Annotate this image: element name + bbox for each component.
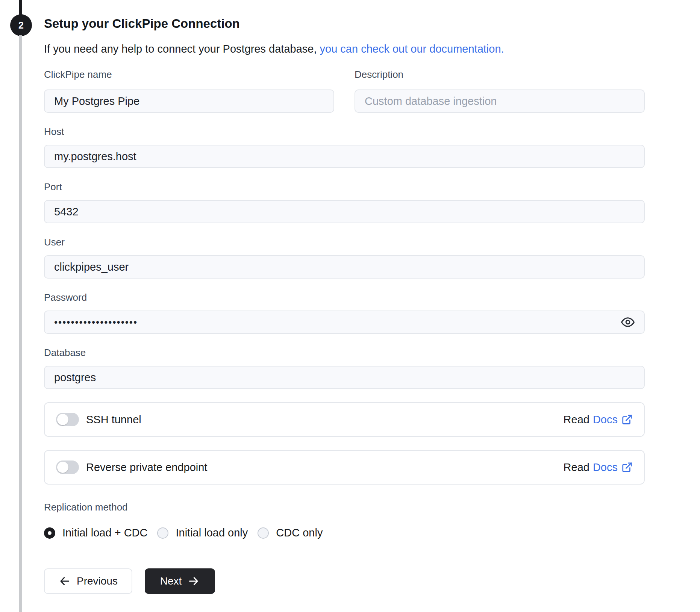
ssh-tunnel-row: SSH tunnel Read Docs [44, 402, 645, 437]
documentation-link[interactable]: you can check out our documentation. [320, 43, 504, 55]
docs-link-text: Docs [593, 414, 618, 426]
radio-cdc-only[interactable]: CDC only [258, 527, 323, 539]
next-button[interactable]: Next [145, 568, 215, 594]
external-link-icon [621, 414, 633, 425]
arrow-left-icon [59, 575, 71, 587]
radio-unselected-icon [157, 527, 168, 539]
ssh-docs-link[interactable]: Docs [593, 414, 633, 426]
radio-unselected-icon [258, 527, 269, 539]
setup-form: Setup your ClickPipe Connection If you n… [44, 0, 645, 594]
radio-label: Initial load + CDC [62, 527, 147, 539]
reverse-private-endpoint-toggle[interactable] [56, 461, 79, 474]
replication-method-label: Replication method [44, 502, 645, 512]
clickpipe-name-label: ClickPipe name [44, 70, 334, 80]
arrow-right-icon [188, 575, 200, 587]
radio-selected-icon [44, 527, 55, 539]
ssh-read-docs: Read Docs [564, 414, 633, 426]
eye-icon [621, 315, 635, 329]
name-description-row: ClickPipe name Description [44, 70, 645, 113]
host-input[interactable] [44, 145, 645, 168]
rpe-read-docs: Read Docs [564, 461, 633, 474]
clickpipe-name-input[interactable] [44, 89, 334, 113]
password-input[interactable] [44, 311, 645, 334]
next-button-label: Next [160, 575, 182, 587]
database-input[interactable] [44, 366, 645, 389]
form-actions: Previous Next [44, 568, 645, 594]
read-text: Read [564, 414, 589, 426]
help-text-plain: If you need any help to connect your Pos… [44, 43, 320, 55]
step-rail-bottom-segment [19, 35, 22, 612]
ssh-tunnel-label: SSH tunnel [86, 414, 141, 426]
ssh-tunnel-toggle[interactable] [56, 413, 79, 426]
radio-label: CDC only [276, 527, 323, 539]
previous-button-label: Previous [77, 575, 118, 587]
description-label: Description [355, 70, 645, 80]
page-title: Setup your ClickPipe Connection [44, 16, 645, 31]
external-link-icon [621, 462, 633, 473]
port-label: Port [44, 182, 645, 192]
port-input[interactable] [44, 200, 645, 223]
password-group: Password [44, 292, 645, 334]
user-group: User [44, 237, 645, 279]
radio-label: Initial load only [176, 527, 248, 539]
docs-link-text: Docs [593, 461, 618, 474]
password-label: Password [44, 292, 645, 303]
replication-method-options: Initial load + CDC Initial load only CDC… [44, 527, 645, 539]
previous-button[interactable]: Previous [44, 568, 132, 594]
radio-initial-load-cdc[interactable]: Initial load + CDC [44, 527, 147, 539]
read-text: Read [564, 461, 589, 474]
radio-initial-load-only[interactable]: Initial load only [157, 527, 248, 539]
description-group: Description [355, 70, 645, 113]
port-group: Port [44, 182, 645, 223]
password-field-wrapper [44, 311, 645, 334]
description-input[interactable] [355, 89, 645, 113]
database-label: Database [44, 348, 645, 358]
help-text: If you need any help to connect your Pos… [44, 42, 645, 56]
database-group: Database [44, 348, 645, 389]
reverse-private-endpoint-row: Reverse private endpoint Read Docs [44, 450, 645, 485]
user-label: User [44, 237, 645, 247]
step-number-badge: 2 [10, 14, 32, 36]
host-label: Host [44, 127, 645, 137]
clickpipe-name-group: ClickPipe name [44, 70, 334, 113]
host-group: Host [44, 127, 645, 168]
toggle-knob [57, 462, 68, 473]
toggle-knob [57, 414, 68, 425]
reveal-password-button[interactable] [621, 315, 635, 329]
reverse-private-endpoint-label: Reverse private endpoint [86, 461, 207, 474]
clickpipe-setup-screen: 2 Setup your ClickPipe Connection If you… [0, 0, 700, 612]
rpe-docs-link[interactable]: Docs [593, 461, 633, 474]
user-input[interactable] [44, 255, 645, 279]
